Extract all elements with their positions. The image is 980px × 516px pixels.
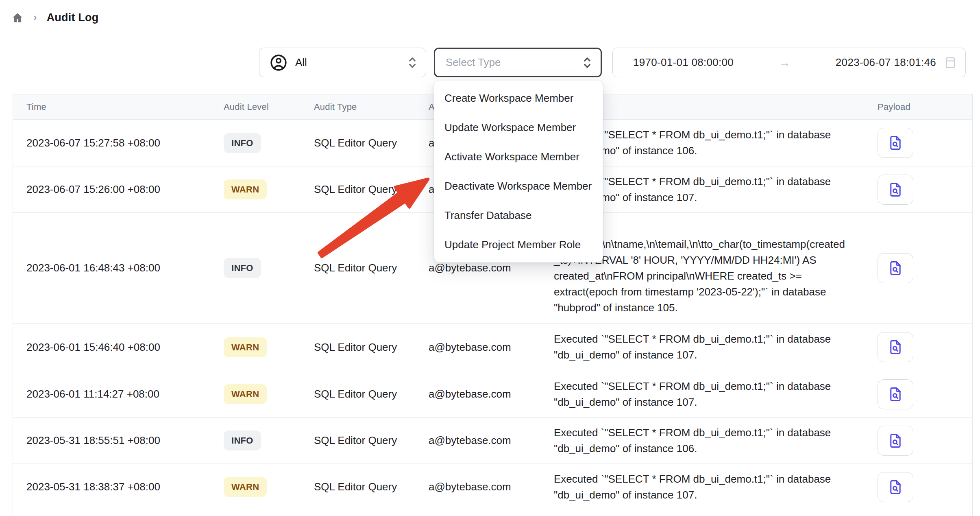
status-badge: INFO [224,258,261,278]
col-header-payload: Payload [866,102,972,112]
table-row: 2023-06-01 15:46:40 +08:00 WARN SQL Edit… [13,323,972,371]
cell-time: 2023-06-07 15:26:00 +08:00 [13,183,211,196]
cell-comment: Executed `"SELECT * FROM db_ui_demo.t1;"… [541,425,866,457]
date-range-picker[interactable]: 1970-01-01 08:00:00 → 2023-06-07 18:01:4… [612,48,966,77]
status-badge: WARN [224,384,267,404]
cell-time: 2023-06-07 15:27:58 +08:00 [13,137,211,149]
col-header-time: Time [13,102,211,112]
cell-level: WARN [211,477,301,497]
cell-comment: Executed `"SELECT * FROM db_ui_demo.t1;"… [541,378,866,410]
menu-item-create-workspace-member[interactable]: Create Workspace Member [434,83,603,113]
cell-actor: a@bytebase.com [423,388,541,400]
type-filter-placeholder: Select Type [446,56,582,69]
cell-audit-type: SQL Editor Query [301,183,423,196]
cell-payload [866,426,972,456]
date-range-start: 1970-01-01 08:00:00 [633,56,734,69]
status-badge: INFO [224,431,261,450]
table-row: 2023-06-01 11:14:27 +08:00 WARN SQL Edit… [13,371,972,417]
payload-view-button[interactable] [878,472,913,502]
calendar-icon [944,55,956,70]
cell-audit-type: SQL Editor Query [301,481,423,493]
cell-audit-type: SQL Editor Query [301,262,423,274]
type-select-dropdown: Create Workspace Member Update Workspace… [434,80,603,262]
col-header-type: Audit Type [301,102,423,112]
menu-item-deactivate-workspace-member[interactable]: Deactivate Workspace Member [434,171,603,201]
table-row: 2023-05-31 18:38:37 +08:00 WARN SQL Edit… [13,464,972,510]
cell-audit-type: SQL Editor Query [301,434,423,447]
status-badge: WARN [224,337,267,357]
cell-actor: a@bytebase.com [423,434,541,447]
user-filter-select[interactable]: All [259,48,426,77]
cell-payload [866,332,972,362]
cell-audit-type: SQL Editor Query [301,341,423,354]
user-filter-value: All [295,56,400,69]
cell-actor: a@bytebase.com [423,341,541,354]
breadcrumb: › Audit Log [11,11,98,24]
date-range-end: 2023-06-07 18:01:46 [836,56,936,69]
menu-item-transfer-database[interactable]: Transfer Database [434,201,603,230]
cell-comment: Executed `"SELECT * FROM db_ui_demo.t1;"… [541,471,866,503]
cell-time: 2023-05-31 18:38:37 +08:00 [13,481,211,493]
cell-payload [866,128,972,158]
cell-time: 2023-06-01 16:48:43 +08:00 [13,262,211,274]
chevron-up-down-icon [582,56,592,70]
cell-audit-type: SQL Editor Query [301,137,423,149]
cell-payload [866,472,972,502]
payload-view-button[interactable] [878,426,913,456]
cell-level: WARN [211,337,301,357]
page-title: Audit Log [47,11,99,24]
payload-view-button[interactable] [878,379,913,409]
cell-level: WARN [211,384,301,404]
cell-payload [866,175,972,205]
payload-view-button[interactable] [878,332,913,362]
col-header-level: Audit Level [211,102,301,112]
menu-item-activate-workspace-member[interactable]: Activate Workspace Member [434,142,603,171]
table-row-partial [13,510,972,516]
cell-actor: a@bytebase.com [423,481,541,493]
status-badge: WARN [224,477,267,497]
chevron-up-down-icon [407,56,418,70]
audit-log-page: › Audit Log All Select Type 1970-01-01 0… [0,0,980,516]
status-badge: INFO [224,133,261,153]
status-badge: WARN [224,179,267,199]
cell-time: 2023-05-31 18:55:51 +08:00 [13,434,211,447]
cell-payload [866,379,972,409]
payload-view-button[interactable] [878,128,913,158]
type-filter-select[interactable]: Select Type [434,48,602,77]
cell-actor: a@bytebase.com [423,262,541,274]
range-arrow-icon: → [734,56,836,70]
person-circle-icon [269,53,288,72]
home-icon[interactable] [11,12,24,24]
cell-level: INFO [211,258,301,278]
cell-level: INFO [211,133,301,153]
cell-audit-type: SQL Editor Query [301,388,423,400]
breadcrumb-chevron-icon: › [33,11,37,24]
cell-level: WARN [211,179,301,199]
cell-time: 2023-06-01 15:46:40 +08:00 [13,341,211,354]
menu-item-update-project-member-role[interactable]: Update Project Member Role [434,230,603,259]
cell-time: 2023-06-01 11:14:27 +08:00 [13,388,211,400]
cell-payload [866,253,972,283]
payload-view-button[interactable] [878,253,913,283]
table-row: 2023-05-31 18:55:51 +08:00 INFO SQL Edit… [13,417,972,464]
payload-view-button[interactable] [878,175,913,205]
cell-comment: Executed `"SELECT * FROM db_ui_demo.t1;"… [541,331,866,363]
cell-level: INFO [211,431,301,450]
menu-item-update-workspace-member[interactable]: Update Workspace Member [434,113,603,142]
